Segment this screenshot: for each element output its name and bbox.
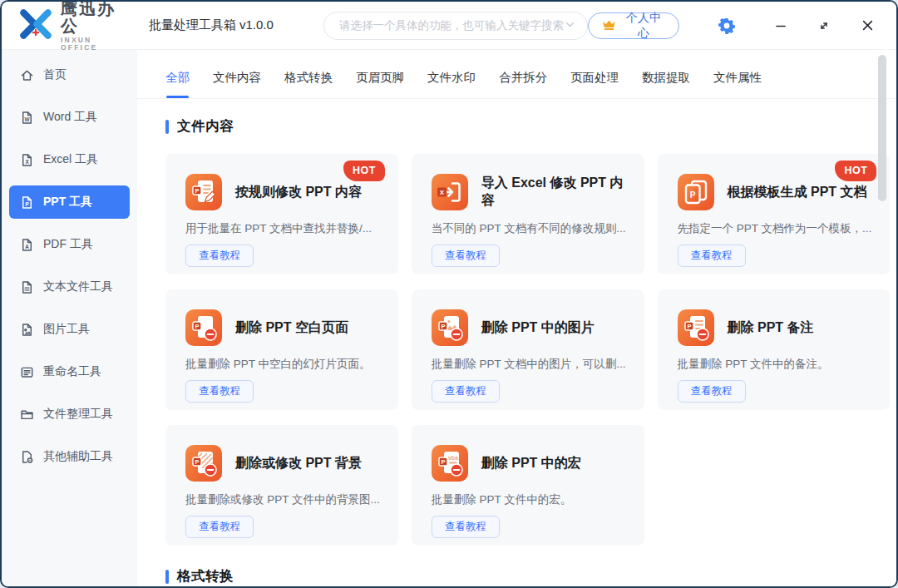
sidebar-item[interactable]: A PDF 工具 bbox=[9, 228, 130, 261]
sidebar-item[interactable]: 首页 bbox=[9, 58, 130, 91]
minimize-button[interactable] bbox=[765, 12, 797, 40]
ppt-delete-image-icon: P bbox=[432, 309, 468, 346]
section-accent-bar bbox=[165, 570, 169, 584]
svg-text:P: P bbox=[195, 187, 199, 195]
search-placeholder: 请选择一个具体的功能，也可输入关键字搜索！ bbox=[339, 18, 565, 33]
category-tab[interactable]: 页面处理 bbox=[570, 70, 619, 98]
tool-card-title: 删除 PPT 中的图片 bbox=[481, 319, 595, 337]
sidebar-item[interactable]: P PPT 工具 bbox=[9, 185, 130, 219]
category-tab[interactable]: 数据提取 bbox=[642, 70, 690, 98]
tool-card[interactable]: HOT P 根据模板生成 PPT 文档 先指定一个 PPT 文档作为一个模板，.… bbox=[658, 154, 891, 274]
svg-text:W: W bbox=[24, 116, 29, 121]
user-center-label: 个人中心 bbox=[622, 11, 665, 41]
category-tab[interactable]: 格式转换 bbox=[284, 70, 333, 98]
sidebar-item[interactable]: 文件整理工具 bbox=[9, 398, 130, 431]
svg-text:P: P bbox=[687, 323, 691, 330]
section-title: 格式转换 bbox=[177, 567, 234, 586]
resize-button[interactable] bbox=[808, 12, 840, 40]
svg-text:X: X bbox=[440, 189, 445, 196]
view-tutorial-button[interactable]: 查看教程 bbox=[432, 245, 500, 267]
app-logo: 鹰迅办公 INXUN OFFICE bbox=[18, 0, 129, 51]
tool-card-title: 导入 Excel 修改 PPT 内容 bbox=[481, 175, 626, 210]
category-tab[interactable]: 文件内容 bbox=[213, 70, 261, 98]
view-tutorial-button[interactable]: 查看教程 bbox=[678, 380, 746, 403]
settings-gear-icon[interactable] bbox=[714, 13, 738, 38]
tab-label: 全部 bbox=[165, 71, 190, 84]
sidebar-item[interactable]: 图片工具 bbox=[9, 313, 130, 346]
sidebar-item-label: Word 工具 bbox=[43, 110, 97, 125]
tool-card-description: 批量删除或修改 PPT 文件中的背景图... bbox=[185, 492, 380, 507]
sidebar-item[interactable]: 重命名工具 bbox=[9, 355, 130, 388]
ppt-file-icon: P bbox=[20, 195, 34, 210]
hot-badge: HOT bbox=[835, 161, 876, 181]
tool-card-description: 用于批量在 PPT 文档中查找并替换/... bbox=[185, 221, 380, 236]
svg-text:P: P bbox=[195, 458, 199, 466]
category-tab[interactable]: 全部 bbox=[165, 70, 190, 98]
tab-label: 文件水印 bbox=[427, 71, 476, 84]
sidebar-item[interactable]: X Excel 工具 bbox=[9, 143, 130, 176]
sidebar-item-label: 文本文件工具 bbox=[43, 279, 113, 294]
ppt-macro-icon: vbaP bbox=[432, 445, 468, 482]
misc-tools-icon bbox=[20, 450, 34, 464]
category-tab[interactable]: 文件水印 bbox=[427, 70, 476, 98]
ppt-delete-blank-icon: P bbox=[185, 309, 222, 346]
tool-card[interactable]: X 导入 Excel 修改 PPT 内容 当不同的 PPT 文档有不同的修改规则… bbox=[412, 154, 644, 274]
tab-label: 文件内容 bbox=[213, 71, 261, 84]
word-file-icon: W bbox=[20, 111, 34, 125]
tab-label: 数据提取 bbox=[642, 71, 690, 84]
svg-text:vba: vba bbox=[448, 455, 458, 461]
home-icon bbox=[20, 68, 34, 82]
sidebar-item-label: 文件整理工具 bbox=[43, 407, 113, 422]
vertical-scrollbar[interactable] bbox=[878, 55, 886, 201]
view-tutorial-button[interactable]: 查看教程 bbox=[678, 245, 746, 267]
sidebar-nav: 首页 W Word 工具 X Excel 工具 P PPT 工具 bbox=[2, 50, 137, 586]
tool-card-title: 删除 PPT 空白页面 bbox=[235, 319, 348, 337]
view-tutorial-button[interactable]: 查看教程 bbox=[185, 245, 254, 267]
sidebar-item[interactable]: W Word 工具 bbox=[9, 101, 130, 134]
inxun-logo-icon bbox=[18, 7, 53, 44]
category-tab[interactable]: 页眉页脚 bbox=[356, 70, 404, 98]
category-tab[interactable]: 合并拆分 bbox=[499, 70, 547, 98]
tool-card-description: 批量删除 PPT 中空白的幻灯片页面。 bbox=[185, 357, 380, 372]
ppt-delete-notes-icon: P bbox=[678, 309, 714, 346]
category-tab[interactable]: 文件属性 bbox=[713, 70, 762, 98]
tool-card[interactable]: vbaP 删除 PPT 中的宏 批量删除 PPT 文件中的宏。 查看教程 bbox=[412, 425, 644, 546]
tool-card-description: 批量删除 PPT 文件中的备注。 bbox=[678, 357, 872, 372]
view-tutorial-button[interactable]: 查看教程 bbox=[432, 516, 500, 538]
tab-label: 格式转换 bbox=[284, 71, 333, 84]
tool-card[interactable]: P 删除或修改 PPT 背景 批量删除或修改 PPT 文件中的背景图... 查看… bbox=[165, 425, 398, 546]
rename-icon bbox=[20, 365, 34, 379]
tool-card-title: 删除或修改 PPT 背景 bbox=[235, 455, 362, 472]
svg-text:P: P bbox=[689, 190, 695, 200]
tool-card[interactable]: P 删除 PPT 备注 批量删除 PPT 文件中的备注。 查看教程 bbox=[658, 289, 891, 410]
tool-card-title: 根据模板生成 PPT 文档 bbox=[728, 184, 867, 201]
svg-text:P: P bbox=[195, 323, 199, 330]
svg-text:X: X bbox=[25, 158, 29, 164]
sidebar-item[interactable]: 其他辅助工具 bbox=[9, 440, 130, 473]
tool-card-description: 批量删除 PPT 文件中的宏。 bbox=[432, 492, 626, 507]
view-tutorial-button[interactable]: 查看教程 bbox=[432, 380, 500, 403]
sidebar-item[interactable]: 文本文件工具 bbox=[9, 270, 130, 304]
view-tutorial-button[interactable]: 查看教程 bbox=[185, 516, 254, 538]
close-button[interactable] bbox=[851, 12, 883, 40]
tool-card-title: 删除 PPT 备注 bbox=[728, 319, 814, 337]
svg-text:P: P bbox=[441, 458, 445, 466]
text-file-icon bbox=[20, 280, 34, 294]
brand-name-cn: 鹰迅办公 bbox=[61, 0, 129, 35]
tool-card[interactable]: HOT P 按规则修改 PPT 内容 用于批量在 PPT 文档中查找并替换/..… bbox=[165, 154, 398, 274]
tool-card[interactable]: P 删除 PPT 空白页面 批量删除 PPT 中空白的幻灯片页面。 查看教程 bbox=[165, 289, 398, 410]
user-center-button[interactable]: 个人中心 bbox=[588, 12, 679, 39]
ppt-template-icon: P bbox=[678, 174, 714, 210]
tool-card[interactable]: P 删除 PPT 中的图片 批量删除 PPT 文档中的图片，可以删... 查看教… bbox=[412, 289, 644, 410]
tab-label: 合并拆分 bbox=[499, 71, 547, 84]
view-tutorial-button[interactable]: 查看教程 bbox=[185, 380, 254, 403]
svg-text:P: P bbox=[25, 200, 29, 206]
section-title: 文件内容 bbox=[177, 117, 234, 136]
sidebar-item-label: Excel 工具 bbox=[43, 152, 98, 167]
category-tabs: 全部 文件内容 格式转换 页眉页脚 文件水印 bbox=[137, 50, 896, 99]
tool-card-title: 删除 PPT 中的宏 bbox=[481, 455, 581, 472]
app-window: 鹰迅办公 INXUN OFFICE 批量处理工具箱 v1.0.0 请选择一个具体… bbox=[0, 0, 898, 588]
function-search-select[interactable]: 请选择一个具体的功能，也可输入关键字搜索！ bbox=[323, 12, 588, 40]
sidebar-item-label: PPT 工具 bbox=[43, 195, 92, 210]
brand-name-en: INXUN OFFICE bbox=[61, 37, 129, 52]
